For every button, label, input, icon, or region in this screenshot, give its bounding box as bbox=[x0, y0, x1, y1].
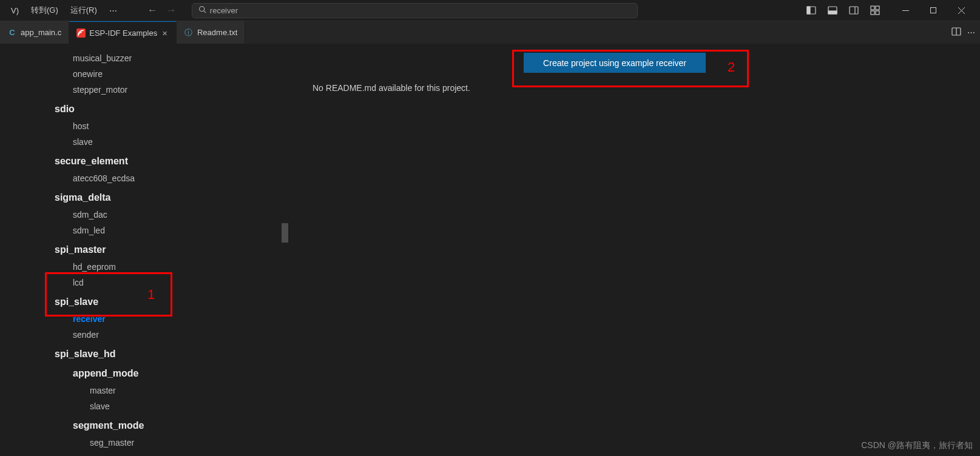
tree-item[interactable]: slave bbox=[0, 398, 288, 414]
menu-bar: V) 转到(G) 运行(R) ⋯ bbox=[5, 2, 123, 18]
tree-item[interactable]: seg_master bbox=[0, 435, 288, 451]
menu-run[interactable]: 运行(R) bbox=[64, 2, 103, 18]
window-maximize-icon[interactable] bbox=[919, 0, 947, 21]
search-value: receiver bbox=[210, 6, 238, 15]
tree-item[interactable]: segment_mode bbox=[0, 418, 288, 434]
tab-label: app_main.c bbox=[21, 28, 61, 37]
svg-line-1 bbox=[204, 11, 206, 13]
tree-item[interactable]: atecc608_ecdsa bbox=[0, 170, 288, 186]
tab-readme[interactable]: ⓘ Readme.txt bbox=[177, 21, 245, 44]
tab-bar: C app_main.c ESP-IDF Examples × ⓘ Readme… bbox=[0, 21, 980, 44]
svg-rect-6 bbox=[850, 7, 858, 14]
svg-rect-9 bbox=[876, 6, 879, 10]
tree-item[interactable]: sdio bbox=[0, 101, 288, 117]
svg-rect-8 bbox=[871, 6, 874, 10]
layout-toggle-sidebar-icon[interactable] bbox=[800, 0, 822, 21]
svg-point-0 bbox=[199, 7, 204, 12]
c-file-icon: C bbox=[7, 28, 17, 38]
window-close-icon[interactable] bbox=[947, 0, 975, 21]
tree-item[interactable]: spi_slave_hd bbox=[0, 346, 288, 362]
tab-close-icon[interactable]: × bbox=[161, 28, 169, 38]
svg-rect-13 bbox=[931, 8, 936, 13]
tree-item[interactable]: lcd bbox=[0, 275, 288, 290]
layout-toggle-right-icon[interactable] bbox=[843, 0, 864, 21]
nav-forward-icon[interactable]: → bbox=[166, 4, 177, 16]
layout-customize-icon[interactable] bbox=[864, 0, 885, 21]
tree-item[interactable]: master bbox=[0, 383, 288, 398]
tree-item[interactable]: onewire bbox=[0, 66, 288, 82]
tab-bar-actions: ⋯ bbox=[951, 21, 980, 44]
menu-more-icon[interactable]: ⋯ bbox=[103, 4, 123, 18]
title-bar: V) 转到(G) 运行(R) ⋯ ← → receiver bbox=[0, 0, 980, 21]
split-editor-icon[interactable] bbox=[951, 27, 961, 38]
annotation-number-1: 1 bbox=[147, 287, 155, 303]
create-project-button[interactable]: Create project using example receiver bbox=[524, 53, 706, 73]
annotation-number-2: 2 bbox=[728, 59, 735, 75]
menu-goto[interactable]: 转到(G) bbox=[25, 2, 64, 18]
tree-item[interactable]: hd_eeprom bbox=[0, 259, 288, 275]
tree-item[interactable]: spi_master bbox=[0, 242, 288, 258]
nav-arrows: ← → bbox=[147, 4, 177, 16]
example-detail-panel: No README.md available for this project.… bbox=[288, 44, 980, 456]
main-content: musical_buzzeronewirestepper_motorsdioho… bbox=[0, 44, 980, 456]
tree-item[interactable]: sigma_delta bbox=[0, 190, 288, 206]
examples-tree: musical_buzzeronewirestepper_motorsdioho… bbox=[0, 44, 288, 456]
window-controls bbox=[800, 0, 975, 21]
tree-item[interactable]: receiver bbox=[0, 311, 288, 327]
tree-item[interactable]: stepper_motor bbox=[0, 82, 288, 98]
tree-item[interactable]: sdm_led bbox=[0, 223, 288, 238]
more-actions-icon[interactable]: ⋯ bbox=[967, 28, 975, 37]
info-icon: ⓘ bbox=[184, 28, 194, 38]
no-readme-message: No README.md available for this project. bbox=[313, 83, 956, 93]
svg-rect-5 bbox=[828, 11, 837, 14]
tree-item[interactable]: sdm_dac bbox=[0, 207, 288, 223]
tree-item[interactable]: sender bbox=[0, 327, 288, 343]
tree-item[interactable]: secure_element bbox=[0, 153, 288, 169]
tree-item[interactable]: slave bbox=[0, 134, 288, 150]
tree-item[interactable]: musical_buzzer bbox=[0, 50, 288, 66]
svg-rect-3 bbox=[807, 7, 810, 14]
tab-label: Readme.txt bbox=[197, 28, 237, 37]
search-input[interactable]: receiver bbox=[192, 3, 638, 18]
search-icon bbox=[198, 5, 206, 15]
menu-cropped[interactable]: V) bbox=[5, 4, 25, 18]
tab-label: ESP-IDF Examples bbox=[89, 29, 157, 38]
svg-rect-10 bbox=[871, 11, 874, 15]
watermark: CSDN @路有阻夷，旅行者知 bbox=[861, 440, 973, 451]
scrollbar-thumb[interactable] bbox=[282, 223, 288, 243]
tree-item[interactable]: append_mode bbox=[0, 366, 288, 381]
tab-app-main[interactable]: C app_main.c bbox=[0, 21, 69, 44]
espressif-icon bbox=[76, 29, 86, 38]
tree-item[interactable]: spi_slave bbox=[0, 294, 288, 310]
window-minimize-icon[interactable] bbox=[891, 0, 919, 21]
nav-back-icon[interactable]: ← bbox=[147, 4, 158, 16]
tree-item[interactable]: host bbox=[0, 118, 288, 134]
svg-rect-11 bbox=[876, 11, 879, 15]
layout-toggle-panel-icon[interactable] bbox=[822, 0, 843, 21]
tab-esp-idf-examples[interactable]: ESP-IDF Examples × bbox=[69, 21, 177, 44]
